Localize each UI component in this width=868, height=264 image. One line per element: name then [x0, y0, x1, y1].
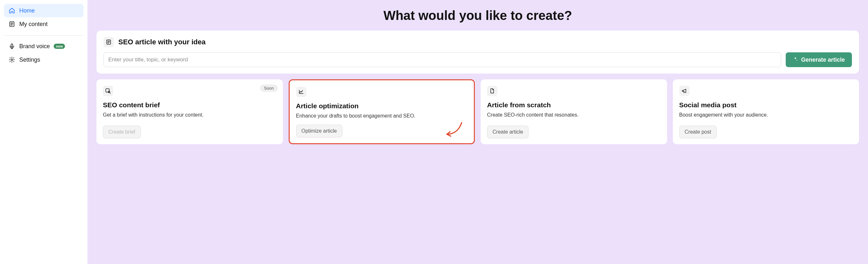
- create-post-button[interactable]: Create post: [679, 126, 717, 138]
- document-list-icon: [8, 21, 16, 28]
- sidebar-item-brand-voice[interactable]: Brand voice new: [4, 39, 84, 53]
- sidebar-item-label: My content: [19, 21, 48, 28]
- card-desc: Create SEO-rich content that resonates.: [487, 111, 661, 121]
- card-social-post: Social media post Boost engagement with …: [673, 79, 859, 144]
- chart-line-icon: [296, 87, 306, 97]
- card-title: Article from scratch: [487, 101, 661, 109]
- sidebar-item-my-content[interactable]: My content: [4, 18, 84, 31]
- file-icon: [487, 86, 497, 96]
- sidebar-item-home[interactable]: Home: [4, 4, 84, 18]
- sidebar-item-label: Brand voice: [19, 43, 50, 50]
- sidebar: Home My content Brand voice new Settings: [0, 0, 88, 264]
- main-content: What would you like to create? SEO artic…: [88, 0, 868, 264]
- card-grid: Soon SEO content brief Get a brief with …: [96, 79, 859, 144]
- article-icon: [103, 37, 114, 47]
- svg-rect-1: [11, 44, 13, 47]
- card-desc: Enhance your drafts to boost engagement …: [296, 112, 468, 120]
- optimize-article-button[interactable]: Optimize article: [296, 125, 342, 137]
- card-article-scratch: Article from scratch Create SEO-rich con…: [480, 79, 667, 144]
- sidebar-divider: [4, 35, 84, 36]
- sparkle-icon: [793, 57, 798, 63]
- home-icon: [8, 7, 16, 14]
- gear-icon: [8, 56, 16, 63]
- sidebar-item-label: Home: [19, 7, 35, 14]
- generate-button-label: Generate article: [801, 57, 845, 63]
- sidebar-item-label: Settings: [19, 57, 40, 63]
- search-doc-icon: [103, 86, 113, 96]
- badge-new: new: [54, 44, 65, 49]
- card-article-optimization: Article optimization Enhance your drafts…: [289, 79, 475, 144]
- svg-rect-4: [106, 89, 109, 92]
- page-title: What would you like to create?: [96, 8, 859, 23]
- topic-input[interactable]: [103, 52, 781, 67]
- card-desc: Boost engagement with your audience.: [679, 111, 853, 121]
- soon-badge: Soon: [260, 85, 277, 92]
- megaphone-icon: [679, 86, 689, 96]
- card-title: SEO content brief: [103, 101, 277, 109]
- svg-point-2: [11, 59, 13, 61]
- card-title: Article optimization: [296, 102, 468, 110]
- create-brief-button: Create brief: [103, 126, 141, 138]
- card-title: Social media post: [679, 101, 853, 109]
- card-desc: Get a brief with instructions for your c…: [103, 111, 277, 121]
- sidebar-item-settings[interactable]: Settings: [4, 53, 84, 66]
- annotation-arrow-icon: [442, 121, 465, 139]
- hero-card: SEO article with your idea Generate arti…: [96, 31, 859, 73]
- mic-icon: [8, 43, 16, 50]
- hero-title: SEO article with your idea: [118, 38, 206, 46]
- card-seo-brief: Soon SEO content brief Get a brief with …: [96, 79, 283, 144]
- create-article-button[interactable]: Create article: [487, 126, 528, 138]
- generate-article-button[interactable]: Generate article: [786, 52, 852, 67]
